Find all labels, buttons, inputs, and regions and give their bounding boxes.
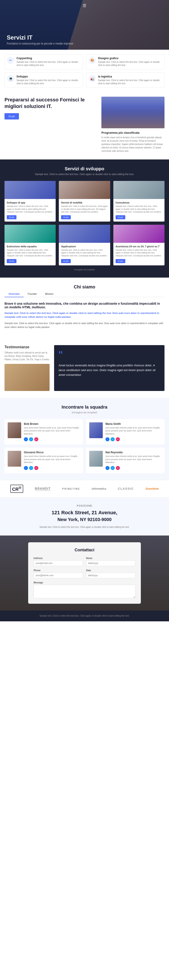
prepare-title: Prepararsi al successo Fornisci le migli… xyxy=(5,97,97,110)
message-textarea[interactable] xyxy=(33,585,136,598)
service-text: Sample text. Click to select the text bo… xyxy=(98,79,162,85)
team-name-giovanni: Giovanni Ricco xyxy=(24,451,80,454)
team-avatar-nat xyxy=(89,451,103,467)
team-card-0: Bob Brown Quis amet lorem lobortis acili… xyxy=(5,419,83,445)
indirizzo-label: Indirizzo xyxy=(33,557,83,560)
twitter-icon-maria[interactable]: t xyxy=(111,437,115,441)
team-card-2: Giovanni Ricco Quis amet lorem lobortis … xyxy=(5,448,83,473)
team-socials-bob: f t in xyxy=(24,437,80,441)
team-name-bob: Bob Brown xyxy=(24,422,80,426)
card-text-4: Sample text. Click to select the text. b… xyxy=(61,249,108,257)
contact-card: Contattaci Indirizzo Nome Phone Date Mes… xyxy=(28,542,141,604)
team-socials-giovanni: f t in xyxy=(24,466,80,470)
prepare-desc: In molte isque sed et tempor incu si hen… xyxy=(101,136,164,153)
sviluppo-card-4: Applicazioni Sample text. Click to selec… xyxy=(59,225,110,266)
field-date: Date xyxy=(86,569,136,578)
service-title: Disegno grafico xyxy=(98,57,162,60)
squadra-sub: Immagine da Unsplash xyxy=(5,411,164,414)
test-image xyxy=(5,364,50,391)
sviluppo-grid: Sviluppo di app Sample text. Click to se… xyxy=(5,181,164,266)
instagram-icon-nat[interactable]: in xyxy=(116,466,120,470)
service-text: Sample text. Click to select the text bo… xyxy=(16,79,81,85)
team-text-maria: Quis amet eltev lobortis acilisi at at. … xyxy=(106,426,161,436)
team-info-bob: Bob Brown Quis amet lorem lobortis acili… xyxy=(24,422,80,442)
chi-siamo-section: Chi siamo Overview Founder Mission Brave… xyxy=(0,278,169,338)
card-img-3 xyxy=(5,225,56,243)
footer: Sample text. Click to select the text bo… xyxy=(0,611,169,621)
card-btn-1[interactable]: Di più xyxy=(61,215,71,219)
card-title-2: Consulenza xyxy=(115,201,162,204)
instagram-icon-bob[interactable]: in xyxy=(34,437,38,441)
tab-mission[interactable]: Mission xyxy=(41,291,57,297)
prepare-left: Prepararsi al successo Fornisci le migli… xyxy=(5,97,97,119)
card-text-0: Sample text. Click to select the text. b… xyxy=(7,205,54,213)
service-title: Copywriting xyxy=(16,57,81,60)
card-img-4 xyxy=(59,225,110,243)
service-content: Copywriting Sample text. Click to select… xyxy=(16,57,81,67)
card-btn-3[interactable]: Di più xyxy=(7,259,16,263)
prepare-btn[interactable]: Di più xyxy=(5,113,19,119)
facebook-icon-nat[interactable]: f xyxy=(106,466,109,470)
sviluppo-card-2: Consulenza Sample text. Click to select … xyxy=(113,181,164,221)
logistica-icon: 🚛 xyxy=(88,75,96,82)
posizione-city: New York, NY 92103-9000 xyxy=(5,517,164,522)
nome-input[interactable] xyxy=(86,560,136,566)
facebook-icon-giovanni[interactable]: f xyxy=(24,466,28,470)
service-item-sviluppo[interactable]: 💻 Sviluppo Sample text. Click to select … xyxy=(5,73,83,88)
contact-form: Indirizzo Nome Phone Date Message xyxy=(33,557,136,598)
chi-content-title: Brave è una soluzione web innovativa, ch… xyxy=(5,302,164,309)
twitter-icon-bob[interactable]: t xyxy=(29,437,33,441)
card-btn-4[interactable]: Di più xyxy=(61,259,71,263)
prepare-subtitle: Programma più classificata xyxy=(101,131,164,134)
phone-input[interactable] xyxy=(33,573,83,578)
hero-title: Servizi IT xyxy=(7,34,73,41)
squadra-section: Incontrare la squadra Immagine da Unspla… xyxy=(0,398,169,480)
contattaci-section: Contattaci Indirizzo Nome Phone Date Mes… xyxy=(0,536,169,611)
twitter-icon-giovanni[interactable]: t xyxy=(29,466,33,470)
sviluppo-sub: Sample text. Click to select the text bo… xyxy=(5,173,164,175)
test-brands-text: Offriamo molti corsi ultimati di servizi… xyxy=(5,351,50,361)
prepare-right: Programma più classificata In molte isqu… xyxy=(101,97,164,153)
team-avatar-giovanni xyxy=(8,451,21,467)
tab-founder[interactable]: Founder xyxy=(24,291,41,297)
card-text-1: Sample text. Click to select the text bo… xyxy=(61,205,108,213)
services-section: ✏ Copywriting Sample text. Click to sele… xyxy=(0,50,169,90)
disegno-icon: 🎨 xyxy=(88,57,96,64)
posizione-address: 121 Rock Street, 21 Avenue, xyxy=(5,509,164,516)
footer-text: Sample text. Click to select the text bo… xyxy=(5,614,164,618)
facebook-icon-maria[interactable]: f xyxy=(106,437,109,441)
instagram-icon-giovanni[interactable]: in xyxy=(34,466,38,470)
team-grid: Bob Brown Quis amet lorem lobortis acili… xyxy=(5,419,164,473)
team-card-3: Nat Reynolds Quis amet eltev lobortis ac… xyxy=(86,448,164,473)
card-title-4: Applicazioni xyxy=(61,245,108,248)
chi-text-1: Sample text. Click to select the text bo… xyxy=(5,311,164,319)
service-item-copywriting[interactable]: ✏ Copywriting Sample text. Click to sele… xyxy=(5,54,83,69)
card-text-3: Sample text. Click to select the text. b… xyxy=(7,249,54,257)
facebook-icon-bob[interactable]: f xyxy=(24,437,28,441)
card-title-3: Estensione della squadra xyxy=(7,245,54,248)
card-text-2: Sample text. Click to select the text. b… xyxy=(115,205,162,213)
date-input[interactable] xyxy=(86,573,136,578)
twitter-icon-nat[interactable]: t xyxy=(111,466,115,470)
service-item-disegno[interactable]: 🎨 Disegno grafico Sample text. Click to … xyxy=(86,54,164,69)
field-message: Message xyxy=(33,581,136,598)
hamburger-icon[interactable]: ☰ xyxy=(83,3,86,8)
service-title: Sviluppo xyxy=(16,75,81,78)
indirizzo-input[interactable] xyxy=(33,560,83,566)
card-btn-2[interactable]: Di più xyxy=(115,215,125,219)
card-btn-5[interactable]: Di più xyxy=(115,259,125,263)
team-socials-maria: f t in xyxy=(106,437,161,441)
card-title-5: Assistenza 24 ore su 24, 7 giorni su 7 xyxy=(115,245,162,248)
service-item-logistica[interactable]: 🚛 la logistica Sample text. Click to sel… xyxy=(86,73,164,88)
sviluppo-card-5: Assistenza 24 ore su 24, 7 giorni su 7 S… xyxy=(113,225,164,266)
tab-overview[interactable]: Overview xyxy=(5,291,24,297)
card-btn-0[interactable]: Di più xyxy=(7,215,16,219)
instagram-icon-maria[interactable]: in xyxy=(116,437,120,441)
team-avatar-maria xyxy=(89,422,103,438)
sviluppo-title: Servizi di sviluppo xyxy=(5,166,164,172)
card-img-5 xyxy=(113,225,164,243)
testimonianze-section: Testimonianze Offriamo molti corsi ultim… xyxy=(0,338,169,398)
card-body-3: Estensione della squadra Sample text. Cl… xyxy=(5,243,56,266)
team-info-giovanni: Giovanni Ricco Quis amet lorem lobortis … xyxy=(24,451,80,470)
card-body-4: Applicazioni Sample text. Click to selec… xyxy=(59,243,110,266)
